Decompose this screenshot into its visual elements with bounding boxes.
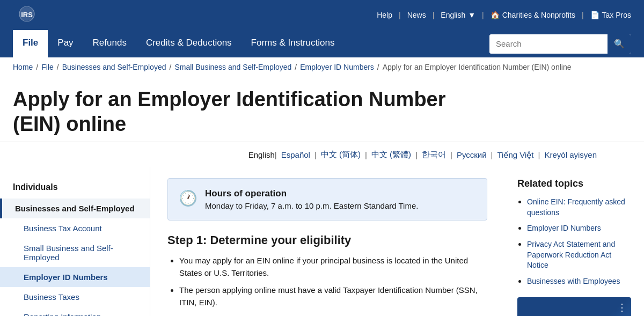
list-item: You may apply for an EIN online if your … [179,255,487,279]
lang-russian[interactable]: Русский [457,150,487,159]
news-link[interactable]: News [407,11,426,19]
content-area: 🕐 Hours of operation Monday to Friday, 7… [150,167,504,316]
list-item: Businesses with Employees [527,276,631,287]
lang-chinese-traditional[interactable]: 中文 (繁體) [371,150,411,160]
language-bar: English | Español | 中文 (简体) | 中文 (繁體) | … [0,142,644,167]
breadcrumb-home[interactable]: Home [13,63,33,71]
hours-details: Hours of operation Monday to Friday, 7 a… [205,188,418,210]
nav-search-area: 🔍 [489,30,631,57]
nav-bar: File Pay Refunds Credits & Deductions Fo… [0,30,644,57]
nav-forms[interactable]: Forms & Instructions [241,30,345,57]
video-options-icon[interactable]: ⋮ [617,302,627,313]
list-item: Employer ID Numbers [527,223,631,234]
search-box: 🔍 [489,34,631,54]
step-title: Step 1: Determine your eligibility [167,233,487,247]
divider-4: | [582,11,584,19]
tax-pros-link[interactable]: 📄 Tax Pros [590,11,631,19]
breadcrumb-employer-id[interactable]: Employer ID Numbers [300,63,374,71]
breadcrumb-small-business[interactable]: Small Business and Self-Employed [174,63,291,71]
search-button[interactable]: 🔍 [608,34,631,54]
nav-refunds[interactable]: Refunds [83,30,136,57]
breadcrumb: Home / File / Businesses and Self-Employ… [0,57,644,77]
related-link-privacy[interactable]: Privacy Act Statement and Paperwork Redu… [527,240,615,269]
lang-korean[interactable]: 한국어 [422,150,446,160]
chevron-down-icon: ▼ [468,11,475,19]
help-link[interactable]: Help [377,11,392,19]
sep-2: / [169,63,171,71]
video-thumbnail[interactable]: ⋮ Five Things to Know IRS [517,297,631,316]
charities-link[interactable]: 🏠 Charities & Nonprofits [491,11,575,19]
sep-4: / [377,63,379,71]
top-bar: IRS Help | News | English ▼ | 🏠 Charitie… [0,0,644,30]
lang-chinese-simplified[interactable]: 中文 (简体) [321,150,361,160]
hours-box: 🕐 Hours of operation Monday to Friday, 7… [167,178,487,221]
divider-2: | [433,11,435,19]
related-list: Online EIN: Frequently asked questions E… [517,197,631,286]
sidebar-section-title: Individuals [0,178,150,196]
top-bar-links: Help | News | English ▼ | 🏠 Charities & … [377,11,631,19]
lang-english: English [248,150,275,159]
list-item: Privacy Act Statement and Paperwork Redu… [527,239,631,271]
svg-text:IRS: IRS [21,11,33,19]
lang-haitian[interactable]: Kreyòl ayisyen [544,150,597,159]
language-label: English [441,11,465,19]
nav-pay[interactable]: Pay [48,30,83,57]
sidebar-item-small-business[interactable]: Small Business and Self-Employed [0,238,150,267]
bullet-list: You may apply for an EIN online if your … [167,255,487,316]
sep-3: / [295,63,297,71]
main-layout: Individuals Businesses and Self-Employed… [0,167,644,316]
lang-vietnamese[interactable]: Tiếng Việt [497,150,534,160]
sidebar-item-employer-id[interactable]: Employer ID Numbers [0,267,150,287]
taxpros-icon: 📄 [590,11,599,19]
sidebar-item-businesses[interactable]: Businesses and Self-Employed [0,199,150,218]
sidebar-item-business-taxes[interactable]: Business Taxes [0,287,150,307]
nav-credits[interactable]: Credits & Deductions [136,30,241,57]
breadcrumb-file[interactable]: File [41,63,54,71]
related-link-employees[interactable]: Businesses with Employees [527,277,620,285]
hours-text: Monday to Friday, 7 a.m. to 10 p.m. East… [205,201,418,210]
sep-1: / [57,63,59,71]
related-link-faq[interactable]: Online EIN: Frequently asked questions [527,197,625,217]
list-item: Online EIN: Frequently asked questions [527,197,631,218]
breadcrumb-businesses[interactable]: Businesses and Self-Employed [62,63,166,71]
lang-espanol[interactable]: Español [281,150,310,159]
sidebar: Individuals Businesses and Self-Employed… [0,167,150,316]
hours-title: Hours of operation [205,188,418,199]
search-input[interactable] [489,34,608,54]
breadcrumb-current: Apply for an Employer Identification Num… [383,63,572,71]
irs-logo[interactable]: IRS [13,4,41,26]
list-item: You are limited to one EIN per responsib… [179,314,487,316]
language-selector[interactable]: English ▼ [441,11,475,19]
divider-1: | [399,11,401,19]
sidebar-item-business-tax[interactable]: Business Tax Account [0,218,150,238]
list-item: The person applying online must have a v… [179,284,487,308]
page-title-section: Apply for an Employer Identification Num… [0,77,644,142]
clock-icon: 🕐 [179,189,197,207]
nav-file[interactable]: File [13,30,48,57]
divider-3: | [482,11,484,19]
sidebar-item-reporting[interactable]: Reporting Information [0,307,150,316]
related-link-ein[interactable]: Employer ID Numbers [527,224,601,232]
related-panel: Related topics Online EIN: Frequently as… [504,167,644,316]
related-title: Related topics [517,178,631,189]
sep-0: / [36,63,38,71]
page-title: Apply for an Employer Identification Num… [13,87,496,136]
charity-icon: 🏠 [491,11,500,19]
